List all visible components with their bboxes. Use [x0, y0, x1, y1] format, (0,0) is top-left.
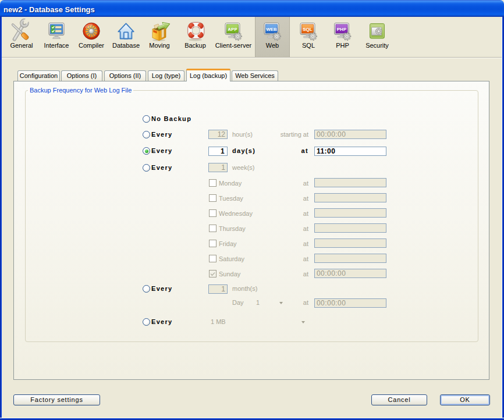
- svg-text:PHP: PHP: [337, 27, 347, 32]
- svg-text:APP: APP: [228, 27, 237, 32]
- svg-text:WEB: WEB: [266, 27, 277, 32]
- svg-text:SQL: SQL: [303, 27, 313, 32]
